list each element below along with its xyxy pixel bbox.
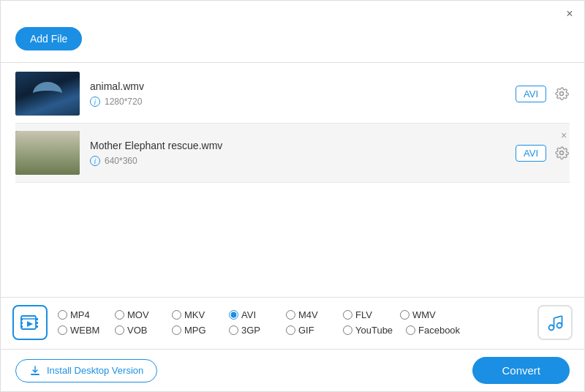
format-row-1: MP4 MOV MKV AVI M4V FLV WMV xyxy=(58,309,527,320)
format-option-avi[interactable]: AVI xyxy=(229,309,282,320)
convert-button[interactable]: Convert xyxy=(472,357,570,384)
file-info: Mother Elephant rescue.wmv i 640*360 xyxy=(80,140,516,166)
settings-icon[interactable] xyxy=(554,145,570,161)
settings-icon[interactable] xyxy=(554,86,570,102)
video-format-icon[interactable] xyxy=(12,305,48,340)
install-desktop-button[interactable]: Install Desktop Version xyxy=(15,359,157,382)
svg-line-13 xyxy=(554,316,562,318)
file-name: Mother Elephant rescue.wmv xyxy=(90,140,505,151)
title-bar: × xyxy=(1,1,584,27)
main-content: Add File animal.wmv i 1280*720 AVI xyxy=(1,27,584,183)
format-option-mkv[interactable]: MKV xyxy=(172,309,224,320)
file-resolution: 1280*720 xyxy=(105,97,142,107)
file-info: animal.wmv i 1280*720 xyxy=(80,80,516,107)
format-badge[interactable]: AVI xyxy=(516,145,546,162)
svg-point-10 xyxy=(557,323,562,328)
file-resolution: 640*360 xyxy=(105,156,137,166)
thumbnail-elephant xyxy=(15,131,80,175)
svg-rect-6 xyxy=(36,325,38,328)
close-button[interactable]: × xyxy=(564,8,575,20)
item-close-button[interactable]: × xyxy=(558,129,570,141)
audio-format-icon[interactable] xyxy=(537,305,573,340)
format-option-m4v[interactable]: M4V xyxy=(286,309,339,320)
file-thumbnail xyxy=(15,131,80,175)
format-option-vob[interactable]: VOB xyxy=(115,325,167,336)
svg-rect-5 xyxy=(36,322,38,324)
format-options: MP4 MOV MKV AVI M4V FLV WMV W xyxy=(58,309,527,336)
bottom-bar: Install Desktop Version Convert xyxy=(1,349,584,391)
svg-marker-8 xyxy=(27,321,33,327)
file-meta: i 640*360 xyxy=(90,156,505,166)
format-option-3gp[interactable]: 3GP xyxy=(229,325,282,336)
format-option-gif[interactable]: GIF xyxy=(286,325,339,336)
table-row: Mother Elephant rescue.wmv i 640*360 AVI… xyxy=(15,124,570,183)
svg-rect-2 xyxy=(20,322,23,324)
table-row: animal.wmv i 1280*720 AVI xyxy=(15,64,570,124)
file-actions: AVI xyxy=(516,145,570,162)
svg-rect-4 xyxy=(36,318,38,320)
format-option-facebook[interactable]: Facebook xyxy=(406,325,464,336)
format-option-mov[interactable]: MOV xyxy=(115,309,167,320)
thumbnail-shark xyxy=(15,72,80,116)
svg-point-9 xyxy=(549,325,554,331)
format-selector-area: MP4 MOV MKV AVI M4V FLV WMV W xyxy=(1,297,584,347)
format-option-youtube[interactable]: YouTube xyxy=(343,325,401,336)
format-option-webm[interactable]: WEBM xyxy=(58,325,110,336)
file-meta: i 1280*720 xyxy=(90,97,505,107)
svg-rect-14 xyxy=(31,374,39,375)
info-icon[interactable]: i xyxy=(90,156,100,166)
file-thumbnail xyxy=(15,72,80,116)
file-actions: AVI xyxy=(516,86,570,102)
svg-rect-3 xyxy=(20,325,23,328)
format-option-wmv[interactable]: WMV xyxy=(400,309,453,320)
format-badge[interactable]: AVI xyxy=(516,86,546,102)
file-list: animal.wmv i 1280*720 AVI xyxy=(15,64,570,183)
format-option-mp4[interactable]: MP4 xyxy=(58,309,110,320)
format-row-2: WEBM VOB MPG 3GP GIF YouTube Facebook xyxy=(58,325,527,336)
format-option-flv[interactable]: FLV xyxy=(343,309,396,320)
format-option-mpg[interactable]: MPG xyxy=(172,325,224,336)
download-icon xyxy=(29,365,41,377)
top-divider xyxy=(1,62,584,63)
file-name: animal.wmv xyxy=(90,80,505,92)
info-icon[interactable]: i xyxy=(90,97,100,107)
add-file-button[interactable]: Add File xyxy=(15,27,82,50)
